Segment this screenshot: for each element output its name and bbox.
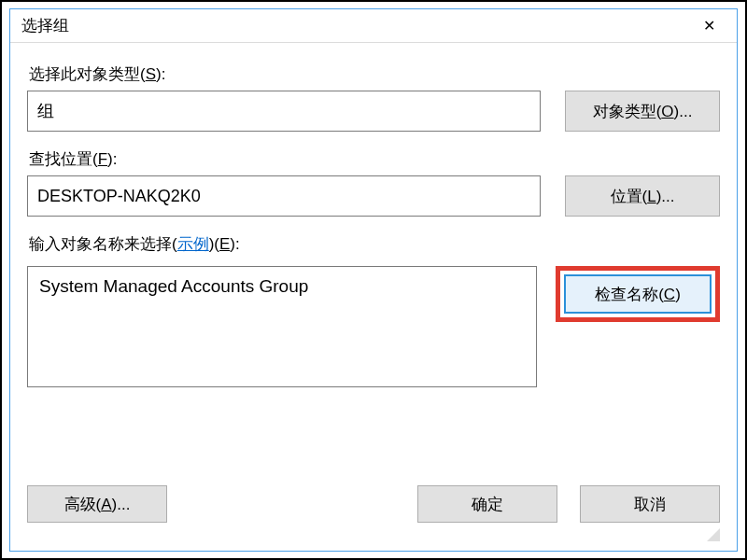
close-icon: ✕ — [703, 17, 715, 35]
cancel-button[interactable]: 取消 — [580, 485, 720, 523]
object-types-button[interactable]: 对象类型(O)... — [565, 91, 720, 132]
locations-button[interactable]: 位置(L)... — [565, 175, 720, 217]
select-group-dialog: 选择组 ✕ 选择此对象类型(S): 组 对象类型(O)... 查找位 — [9, 8, 738, 552]
check-names-button[interactable]: 检查名称(C) — [564, 274, 712, 314]
dialog-title: 选择组 — [21, 15, 69, 36]
location-field: DESKTOP-NAKQ2K0 — [27, 175, 541, 217]
examples-link[interactable]: 示例 — [177, 235, 209, 253]
ok-button[interactable]: 确定 — [417, 485, 557, 523]
object-type-label: 选择此对象类型(S): — [29, 63, 720, 85]
object-type-field: 组 — [27, 91, 541, 132]
object-names-input[interactable] — [27, 266, 537, 387]
advanced-button[interactable]: 高级(A)... — [27, 485, 167, 523]
titlebar: 选择组 ✕ — [10, 9, 737, 43]
resize-grip-icon[interactable] — [703, 525, 720, 541]
from-location-label: 查找位置(F): — [29, 148, 720, 170]
check-names-highlight: 检查名称(C) — [556, 266, 720, 322]
enter-names-label: 输入对象名称来选择(示例)(E): — [29, 233, 720, 255]
close-button[interactable]: ✕ — [690, 13, 727, 39]
